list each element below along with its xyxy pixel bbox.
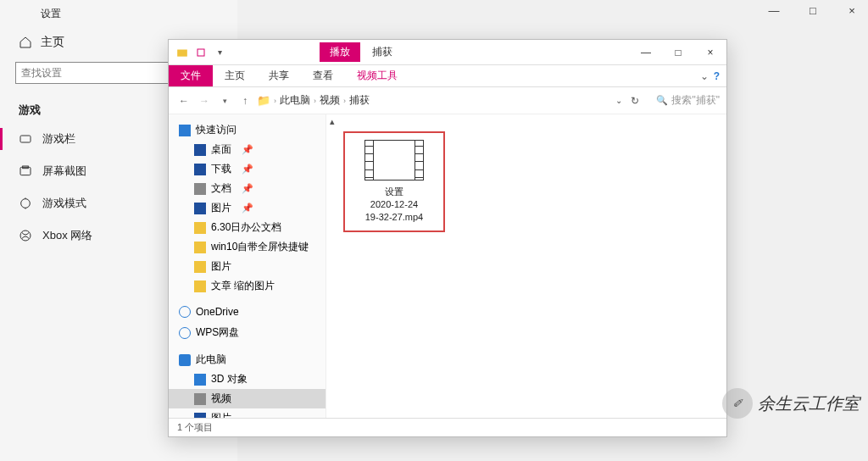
explorer-ribbon: 文件 主页 共享 查看 视频工具 ⌄ ?: [169, 65, 726, 87]
qat-chevron-icon[interactable]: ▾: [213, 46, 226, 59]
folder-icon: [194, 203, 206, 214]
nav-item[interactable]: win10自带全屏快捷键: [169, 237, 326, 257]
pc-icon: [179, 354, 191, 366]
explorer-search[interactable]: 🔍 搜索"捕获": [648, 93, 720, 108]
explorer-nav-pane[interactable]: 快速访问 桌面📌下载📌文档📌图片📌6.30日办公文档win10自带全屏快捷键图片…: [169, 114, 326, 418]
folder-icon: [194, 164, 206, 175]
explorer-titlebar: ▾ 播放 捕获 — □ ×: [169, 40, 726, 65]
bg-minimize-button[interactable]: —: [763, 2, 785, 19]
refresh-button[interactable]: ↻: [631, 95, 639, 107]
breadcrumb[interactable]: 📁 › 此电脑 › 视频 › 捕获: [257, 93, 612, 108]
quick-access-toolbar: ▾: [169, 46, 226, 59]
svg-point-3: [21, 199, 31, 208]
breadcrumb-sep: ›: [314, 97, 316, 105]
nav-history-button[interactable]: ▾: [216, 92, 233, 109]
onedrive-icon: [179, 306, 191, 318]
watermark-text: 余生云工作室: [758, 392, 860, 415]
nav-quick-access[interactable]: 快速访问: [169, 118, 326, 140]
folder-icon: [175, 46, 189, 59]
search-icon: 🔍: [656, 95, 668, 106]
video-thumbnail-icon: [364, 140, 424, 181]
breadcrumb-sep: ›: [274, 97, 276, 105]
bg-close-button[interactable]: ×: [841, 2, 863, 19]
file-name: 设置 2020-12-24 19-32-27.mp4: [352, 186, 437, 224]
svg-point-4: [20, 230, 31, 241]
bg-restore-button[interactable]: □: [802, 2, 824, 19]
folder-icon: [194, 280, 206, 292]
gamebar-icon: [19, 132, 32, 146]
home-icon: [19, 36, 32, 49]
explorer-content-area[interactable]: ▴ 设置 2020-12-24 19-32-27.mp4: [326, 114, 726, 418]
pin-icon: 📌: [236, 164, 253, 175]
folder-icon: [194, 261, 206, 273]
nav-item[interactable]: 文档📌: [169, 179, 326, 198]
explorer-body: 快速访问 桌面📌下载📌文档📌图片📌6.30日办公文档win10自带全屏快捷键图片…: [169, 114, 726, 418]
nav-item[interactable]: 图片📌: [169, 198, 326, 218]
nav-item[interactable]: 视频: [169, 389, 326, 408]
nav-up-button[interactable]: ↑: [236, 92, 253, 109]
gamemode-icon: [19, 197, 32, 210]
file-item-video[interactable]: 设置 2020-12-24 19-32-27.mp4: [343, 131, 445, 232]
settings-title: 设置: [0, 0, 237, 28]
explorer-status-bar: 1 个项目: [169, 418, 726, 436]
explorer-minimize-button[interactable]: —: [630, 40, 662, 65]
ribbon-tab-videotools[interactable]: 视频工具: [345, 65, 409, 86]
address-bar-right: ⌄ ↻ 🔍 搜索"捕获": [615, 93, 720, 108]
ribbon-help: ⌄ ?: [700, 70, 726, 82]
explorer-close-button[interactable]: ×: [694, 40, 726, 65]
nav-item[interactable]: 桌面📌: [169, 140, 326, 159]
folder-icon: [194, 183, 206, 195]
folder-icon: [194, 222, 206, 234]
nav-item[interactable]: 6.30日办公文档: [169, 218, 326, 237]
explorer-window: ▾ 播放 捕获 — □ × 文件 主页 共享 查看 视频工具 ⌄ ? ← → ▾…: [168, 39, 727, 437]
nav-item[interactable]: 下载📌: [169, 159, 326, 179]
nav-this-pc[interactable]: 此电脑: [169, 347, 326, 369]
breadcrumb-item[interactable]: 此电脑: [280, 93, 310, 108]
folder-icon: [194, 374, 206, 386]
explorer-window-controls: — □ ×: [630, 40, 726, 65]
scroll-up-icon[interactable]: ▴: [330, 116, 335, 127]
nav-forward-button[interactable]: →: [196, 92, 213, 109]
address-bar-row: ← → ▾ ↑ 📁 › 此电脑 › 视频 › 捕获 ⌄ ↻ 🔍 搜索"捕获": [169, 87, 726, 114]
nav-item[interactable]: 图片: [169, 408, 326, 418]
ribbon-tab-view[interactable]: 查看: [301, 65, 345, 86]
sidebar-item-label: 游戏栏: [42, 131, 75, 147]
breadcrumb-item[interactable]: 捕获: [349, 93, 370, 108]
explorer-maximize-button[interactable]: □: [662, 40, 694, 65]
pin-icon: 📌: [236, 203, 253, 214]
folder-icon: [194, 144, 206, 156]
ribbon-tab-file[interactable]: 文件: [169, 65, 213, 86]
folder-icon: [194, 242, 206, 253]
settings-home-label: 主页: [41, 35, 64, 50]
sidebar-item-label: 游戏模式: [42, 196, 86, 211]
sidebar-item-label: 屏幕截图: [42, 164, 86, 179]
nav-item[interactable]: 图片: [169, 257, 326, 276]
breadcrumb-dropdown-icon[interactable]: ⌄: [615, 96, 622, 105]
breadcrumb-folder-icon: 📁: [257, 94, 270, 107]
nav-item[interactable]: 文章 缩的图片: [169, 276, 326, 296]
search-placeholder: 搜索"捕获": [671, 93, 720, 108]
ribbon-tab-share[interactable]: 共享: [257, 65, 301, 86]
svg-rect-0: [20, 136, 31, 142]
wps-icon: [179, 327, 191, 339]
watermark-logo-icon: ✐: [722, 388, 753, 419]
breadcrumb-sep: ›: [343, 97, 346, 105]
breadcrumb-item[interactable]: 视频: [320, 93, 340, 108]
folder-icon: [194, 393, 206, 405]
explorer-title: 捕获: [372, 45, 392, 59]
pin-icon: 📌: [236, 144, 253, 155]
nav-onedrive[interactable]: OneDrive: [169, 301, 326, 320]
ribbon-expand-icon[interactable]: ⌄: [700, 70, 709, 82]
contextual-tab[interactable]: 播放: [320, 42, 360, 62]
bg-window-controls: — □ ×: [763, 2, 863, 19]
pin-icon: 📌: [236, 183, 253, 194]
ribbon-help-icon[interactable]: ?: [714, 70, 720, 82]
nav-back-button[interactable]: ←: [175, 92, 192, 109]
nav-item[interactable]: 3D 对象: [169, 369, 326, 389]
xbox-icon: [19, 229, 32, 242]
sidebar-item-label: Xbox 网络: [42, 228, 92, 243]
ribbon-tab-home[interactable]: 主页: [213, 65, 257, 86]
svg-rect-6: [198, 49, 204, 56]
nav-wps[interactable]: WPS网盘: [169, 320, 326, 342]
qat-properties-icon[interactable]: [194, 46, 208, 59]
